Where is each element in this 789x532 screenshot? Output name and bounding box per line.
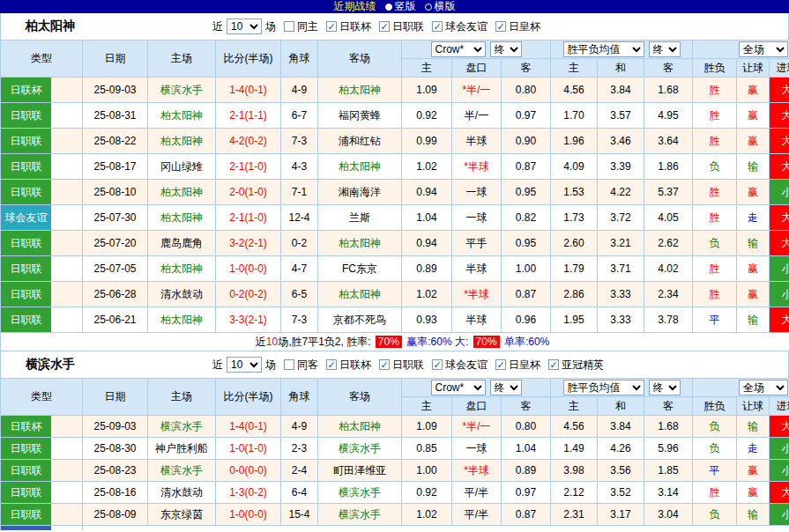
odds-time-select[interactable]: 终 bbox=[490, 380, 522, 395]
match-score-link[interactable]: 3-2(2-1) bbox=[216, 231, 281, 256]
match-score-link[interactable]: 4-2(0-2) bbox=[216, 129, 281, 154]
checked-checkbox-icon[interactable] bbox=[495, 359, 506, 370]
checked-checkbox-icon[interactable] bbox=[379, 21, 390, 32]
home-team-link[interactable]: 柏太阳神 bbox=[148, 180, 216, 205]
lose-odds: 5.96 bbox=[644, 438, 693, 460]
filter-option[interactable]: 日联杯 bbox=[326, 19, 371, 34]
away-team-link[interactable]: 京都不死鸟 bbox=[318, 307, 402, 333]
bookmaker-select[interactable]: Crow* bbox=[431, 41, 486, 57]
bookmaker-select[interactable]: Crow* bbox=[431, 380, 486, 395]
match-count-select[interactable]: 10 bbox=[227, 357, 262, 373]
away-team-link[interactable]: 横滨水手 bbox=[318, 504, 402, 526]
match-score-link[interactable]: 3-3(2-1) bbox=[216, 307, 281, 333]
filter-option[interactable]: 日职联 bbox=[379, 19, 424, 34]
home-team-link[interactable]: 柏太阳神 bbox=[148, 205, 216, 231]
subcolumn-header: 和 bbox=[598, 397, 644, 416]
away-team-link[interactable]: 柏太阳神 bbox=[318, 282, 402, 307]
checked-checkbox-icon[interactable] bbox=[379, 359, 390, 370]
unchecked-checkbox-icon[interactable] bbox=[284, 21, 294, 32]
away-team-link[interactable]: 横滨水手 bbox=[318, 438, 402, 460]
home-team-link[interactable]: 横滨水手 bbox=[148, 78, 216, 103]
away-team-link[interactable]: 町田泽维亚 bbox=[318, 460, 402, 482]
handicap-result: 输 bbox=[737, 231, 770, 256]
match-score-link[interactable]: 2-1(1-1) bbox=[216, 103, 281, 129]
match-score-link[interactable]: 2-1(1-0) bbox=[216, 154, 281, 180]
home-team-link[interactable]: 神户胜利船 bbox=[148, 438, 216, 460]
home-team-link[interactable]: 东京绿茵 bbox=[148, 504, 216, 526]
match-score-link[interactable]: 1-0(1-0) bbox=[216, 438, 281, 460]
checked-checkbox-icon[interactable] bbox=[326, 21, 337, 32]
away-team-link[interactable]: 兰斯 bbox=[318, 205, 402, 231]
checked-checkbox-icon[interactable] bbox=[326, 359, 337, 370]
away-team-link[interactable]: FC东京 bbox=[318, 256, 402, 282]
checked-checkbox-icon[interactable] bbox=[432, 359, 443, 370]
league-type-cell: 球会友谊 bbox=[1, 205, 83, 231]
home-team-link[interactable]: 鹿岛鹿角 bbox=[148, 231, 216, 256]
home-team-link[interactable]: 柏太阳神 bbox=[148, 103, 216, 129]
match-row: 日职联25-07-20鹿岛鹿角3-2(2-1)0-2柏太阳神0.94平手0.95… bbox=[1, 231, 789, 256]
scope-select[interactable]: 全场 bbox=[739, 380, 788, 395]
filter-option[interactable]: 日联杯 bbox=[326, 358, 371, 373]
checked-checkbox-icon[interactable] bbox=[495, 21, 506, 32]
filter-controls: 近10场同主日联杯日职联球会友谊日皇杯 bbox=[212, 18, 540, 34]
odds-average-select[interactable]: 胜平负均值 bbox=[563, 380, 644, 395]
match-score-link[interactable]: 0-2(0-2) bbox=[216, 282, 281, 307]
unchecked-checkbox-icon[interactable] bbox=[284, 359, 294, 370]
layout-option-vertical[interactable]: 竖版 bbox=[385, 0, 416, 14]
match-score-link[interactable]: 1-0(0-0) bbox=[216, 504, 281, 526]
radio-selected-icon[interactable] bbox=[385, 4, 392, 11]
match-score-link[interactable]: 1-4(0-1) bbox=[216, 416, 281, 438]
layout-option-horizontal[interactable]: 横版 bbox=[425, 0, 456, 14]
match-row: 日职联25-08-09东京绿茵1-0(0-0)15-4横滨水手1.02平/半0.… bbox=[1, 504, 789, 526]
match-result: 胜 bbox=[693, 129, 737, 154]
match-score-link[interactable]: 1-4(0-1) bbox=[216, 78, 281, 103]
match-count-select[interactable]: 10 bbox=[227, 18, 262, 34]
team-sections: 柏太阳神近10场同主日联杯日职联球会友谊日皇杯类型日期主场比分(半场)角球客场C… bbox=[0, 13, 789, 530]
away-team-link[interactable]: 柏太阳神 bbox=[318, 78, 402, 103]
match-score-link[interactable]: 0-0(0-0) bbox=[216, 460, 281, 482]
home-team-link[interactable]: 冈山绿雉 bbox=[148, 154, 216, 180]
odds-average-select[interactable]: 胜平负均值 bbox=[563, 41, 644, 57]
home-team-link[interactable]: 横滨水手 bbox=[148, 460, 216, 482]
filter-option[interactable]: 同主 bbox=[284, 19, 318, 34]
euro-odds-time-select[interactable]: 终 bbox=[649, 380, 681, 395]
win-odds: 4.56 bbox=[551, 78, 598, 103]
scope-select[interactable]: 全场 bbox=[739, 41, 788, 57]
away-team-link[interactable]: 柏太阳神 bbox=[318, 416, 402, 438]
match-score-link[interactable]: 2-1(1-0) bbox=[216, 205, 281, 231]
team-section: 横滨水手近10场同客日联杯日职联球会友谊日皇杯亚冠精英类型日期主场比分(半场)角… bbox=[0, 351, 789, 530]
summary-segment: 10 bbox=[266, 336, 278, 348]
home-team-link[interactable]: 清水鼓动 bbox=[148, 482, 216, 504]
away-team-link[interactable]: 福冈黄蜂 bbox=[318, 103, 402, 129]
away-team-link[interactable]: 湘南海洋 bbox=[318, 180, 402, 205]
checked-checkbox-icon[interactable] bbox=[432, 21, 443, 32]
filter-option[interactable]: 日职联 bbox=[379, 358, 424, 373]
match-score-link[interactable]: 2-0(1-0) bbox=[216, 180, 281, 205]
filter-option[interactable]: 球会友谊 bbox=[432, 358, 488, 373]
away-team-link[interactable]: 浦和红钻 bbox=[318, 129, 402, 154]
filter-option[interactable]: 日皇杯 bbox=[495, 358, 540, 373]
filter-option[interactable]: 日皇杯 bbox=[495, 19, 540, 34]
match-score-link[interactable]: 1-3(0-2) bbox=[216, 482, 281, 504]
away-team-link[interactable]: 横滨水手 bbox=[318, 482, 402, 504]
euro-odds-time-select[interactable]: 终 bbox=[649, 41, 681, 57]
match-score-link[interactable]: 1-0(0-0) bbox=[216, 256, 281, 282]
home-team-link[interactable]: 柏太阳神 bbox=[148, 129, 216, 154]
column-header: 日期 bbox=[83, 41, 148, 78]
home-team-link[interactable]: 清水鼓动 bbox=[148, 282, 216, 307]
away-team-link[interactable]: 柏太阳神 bbox=[318, 154, 402, 180]
filter-option[interactable]: 球会友谊 bbox=[432, 19, 488, 34]
draw-odds: 3.71 bbox=[598, 256, 644, 282]
checked-checkbox-icon[interactable] bbox=[548, 359, 559, 370]
home-team-link[interactable]: 柏太阳神 bbox=[148, 307, 216, 333]
draw-odds: 4.22 bbox=[598, 180, 644, 205]
away-team-link[interactable]: 柏太阳神 bbox=[318, 231, 402, 256]
team-filter-row: 横滨水手近10场同客日联杯日职联球会友谊日皇杯亚冠精英 bbox=[0, 351, 789, 378]
odds-time-select[interactable]: 终 bbox=[490, 41, 522, 57]
filter-option[interactable]: 亚冠精英 bbox=[548, 358, 604, 373]
home-team-link[interactable]: 横滨水手 bbox=[148, 416, 216, 438]
filter-option[interactable]: 同客 bbox=[284, 358, 318, 373]
home-team-link[interactable]: 柏太阳神 bbox=[148, 256, 216, 282]
radio-unselected-icon[interactable] bbox=[425, 4, 432, 11]
match-result: 负 bbox=[693, 416, 737, 438]
